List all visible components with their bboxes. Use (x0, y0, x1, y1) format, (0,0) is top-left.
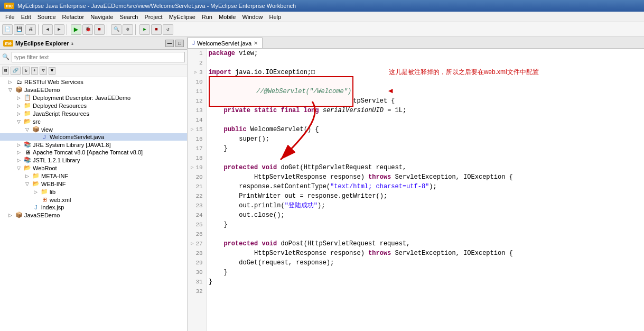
dd-icon: 📋 (23, 94, 32, 101)
back-button[interactable]: ◀ (42, 24, 53, 35)
line-num-12: 12 (191, 96, 203, 106)
line-num-24: 24 (191, 210, 203, 220)
editor-tab-welcomeservlet[interactable]: J WelcomeServlet.java ✕ (188, 38, 263, 48)
tree-item-webinf[interactable]: ▽ 📂 WEB-INF (0, 180, 187, 188)
collapse-arrow[interactable]: ▷ (17, 142, 23, 148)
collapse-arrow[interactable]: ▽ (8, 87, 15, 93)
menu-source[interactable]: Source (34, 13, 59, 21)
server-stop[interactable]: ■ (151, 24, 162, 35)
code-line-17: } (209, 144, 644, 153)
collapse-arrow[interactable]: ▷ (17, 103, 23, 108)
line-num-13: 13 (191, 106, 203, 115)
sync-btn[interactable]: ↻ (22, 67, 29, 75)
print-button[interactable]: 🖨 (25, 24, 36, 35)
tab-close-btn[interactable]: ✕ (254, 40, 258, 46)
line-num-1: 1 (191, 49, 203, 58)
code-line-1: package view; (209, 49, 644, 58)
tree-label: WEB-INF (41, 181, 66, 187)
menu-refactor[interactable]: Refactor (59, 13, 88, 21)
highlighted-code: //@WebServlet("/Welcome") (209, 76, 353, 107)
tree-item-metainf[interactable]: ▷ 📁 META-INF (0, 172, 187, 180)
xml-icon: ⊞ (40, 196, 49, 203)
menu-myeclipse[interactable]: MyEclipse (166, 13, 199, 21)
menu-edit[interactable]: Edit (18, 13, 34, 21)
lib-folder-icon: 📁 (40, 188, 49, 195)
collapse-arrow[interactable]: ▷ (17, 150, 23, 155)
search-button[interactable]: 🔍 (111, 24, 122, 35)
title-bar: me MyEclipse Java Enterprise - JavaEEDem… (0, 0, 644, 12)
tree-item-tomcat[interactable]: ▷ 🖥 Apache Tomcat v8.0 [Apache Tomcat v8… (0, 149, 187, 156)
tree-item-jstl[interactable]: ▷ 📚 JSTL 1.2.1 Library (0, 156, 187, 164)
tree-item-javaeeedemo[interactable]: ▽ 📦 JavaEEDemo (0, 86, 187, 94)
filter-input[interactable] (12, 52, 185, 62)
collapse-arrow[interactable]: ▷ (34, 189, 40, 195)
collapse-arrow[interactable]: ▽ (17, 119, 23, 124)
jstl-icon: 📚 (23, 157, 32, 163)
tree-item-deployed[interactable]: ▷ 📁 Deployed Resources (0, 102, 187, 109)
collapse-arrow[interactable]: ▽ (25, 181, 32, 187)
forward-button[interactable]: ▶ (54, 24, 64, 35)
menu-search[interactable]: Search (117, 13, 142, 21)
maximize-panel-btn[interactable]: □ (175, 40, 184, 47)
chinese-annotation-text: 这儿是被注释掉的，所以之后要在web.xml文件中配置 (389, 68, 539, 77)
menu-window[interactable]: Window (239, 13, 266, 21)
tree-item-webxml[interactable]: ⊞ web.xml (0, 196, 187, 204)
toolbar: 📄 💾 🖨 ◀ ▶ ▶ 🐞 ■ 🔍 ⚙ ▶ ■ ↺ (0, 22, 644, 37)
collapse-arrow[interactable]: ▷ (8, 79, 15, 85)
menu-run[interactable]: Run (199, 13, 216, 21)
tree-item-src[interactable]: ▽ 📂 src (0, 117, 187, 125)
line-num-25: 25 (191, 220, 203, 229)
code-area[interactable]: package view; import java.io.IOException… (207, 49, 644, 331)
main-layout: me MyEclipse Explorer ₂ — □ 🔍 ⊟ 🔗 ↻ + ▽ … (0, 37, 644, 331)
collapse-arrow[interactable]: ▷ (25, 173, 32, 179)
tree-item-indexjsp[interactable]: J index.jsp (0, 204, 187, 211)
view-menu-btn[interactable]: ▼ (49, 67, 55, 75)
code-line-2 (209, 58, 644, 68)
tree-item-webroot[interactable]: ▽ 📂 WebRoot (0, 164, 187, 172)
line-num-27: ▷27 (191, 239, 203, 249)
collapse-arrow[interactable]: ▷ (8, 213, 15, 218)
link-editor-btn[interactable]: 🔗 (11, 67, 21, 75)
debug-button[interactable]: 🐞 (82, 24, 93, 35)
menu-mobile[interactable]: Mobile (216, 13, 239, 21)
line-num-10: 10 (191, 77, 203, 87)
collapse-all-btn[interactable]: ⊟ (2, 67, 9, 75)
explorer-logo: me (3, 40, 13, 47)
tree-item-view[interactable]: ▽ 📦 view (0, 125, 187, 133)
tree-item-jre[interactable]: ▷ 📚 JRE System Library [JAVA1.8] (0, 141, 187, 149)
tree-item-lib[interactable]: ▷ 📁 lib (0, 188, 187, 196)
tree-label: RESTful Web Services (24, 79, 83, 85)
collapse-arrow[interactable]: ▷ (17, 95, 23, 100)
tree-item-dd[interactable]: ▷ 📋 Deployment Descriptor: JavaEEDemo (0, 94, 187, 102)
new-resource-btn[interactable]: + (31, 67, 38, 75)
menu-project[interactable]: Project (141, 13, 165, 21)
minimize-panel-btn[interactable]: — (165, 40, 174, 47)
code-line-25: } (209, 220, 644, 229)
tree-label: src (33, 118, 41, 125)
stop-button[interactable]: ■ (94, 24, 105, 35)
server-start[interactable]: ▶ (139, 24, 150, 35)
new-button[interactable]: 📄 (2, 24, 13, 35)
line-num-29: 29 (191, 258, 203, 268)
filter-btn[interactable]: ▽ (40, 67, 46, 75)
settings-button[interactable]: ⚙ (123, 24, 133, 35)
menu-navigate[interactable]: Navigate (87, 13, 116, 21)
collapse-arrow[interactable]: ▽ (17, 166, 23, 171)
line-num-2: 2 (191, 58, 203, 68)
tree-item-restful[interactable]: ▷ 🗂 RESTful Web Services (0, 78, 187, 86)
tree-item-welcomeservlet[interactable]: J WelcomeServlet.java (0, 133, 187, 141)
collapse-arrow[interactable]: ▷ (17, 158, 23, 163)
code-line-27: protected void doPost(HttpServletRequest… (209, 239, 644, 249)
server-restart[interactable]: ↺ (163, 24, 173, 35)
folder-icon: 📁 (23, 110, 32, 117)
panel-header-btns: — □ (165, 40, 184, 47)
menu-help[interactable]: Help (266, 13, 285, 21)
tree-item-javaeedemo2[interactable]: ▷ 📦 JavaSEDemo (0, 211, 187, 219)
run-button[interactable]: ▶ (71, 24, 81, 35)
collapse-arrow[interactable]: ▽ (25, 127, 32, 132)
collapse-arrow[interactable]: ▷ (17, 111, 23, 116)
menu-file[interactable]: File (2, 13, 18, 21)
tree-label: Deployment Descriptor: JavaEEDemo (33, 95, 130, 101)
save-button[interactable]: 💾 (14, 24, 24, 35)
tree-item-js[interactable]: ▷ 📁 JavaScript Resources (0, 109, 187, 117)
